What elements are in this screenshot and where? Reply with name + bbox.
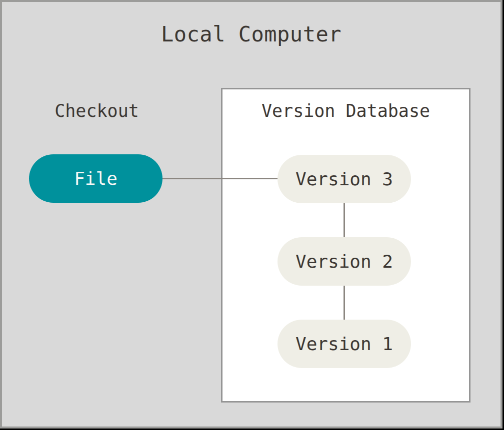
version2-node: Version 2 [278,237,411,286]
connector-file-to-version3 [161,178,281,179]
local-computer-panel: Local Computer Checkout Version Database… [0,0,502,429]
version3-node: Version 3 [278,155,411,203]
connector-version2-to-version1 [344,284,345,320]
connector-version3-to-version2 [344,202,345,238]
checkout-label: Checkout [29,101,164,121]
version-database-title: Version Database [221,101,470,121]
version1-node: Version 1 [278,320,411,368]
panel-title: Local Computer [2,22,500,46]
file-node: File [29,154,162,203]
